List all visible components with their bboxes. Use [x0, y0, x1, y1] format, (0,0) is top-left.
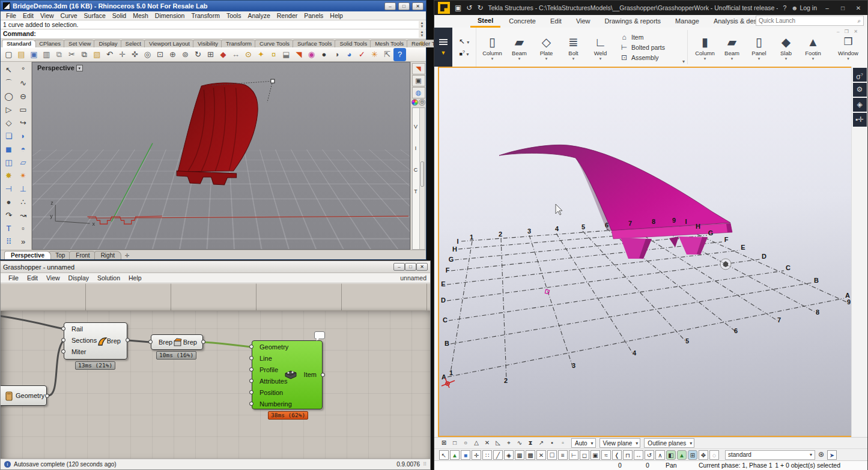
toolbar-tab[interactable]: Mesh Tools [370, 40, 408, 47]
select-parts-icon[interactable]: ▲ [450, 450, 460, 460]
snap-point-icon[interactable]: ▪ [547, 438, 557, 448]
menu-item[interactable]: Render [274, 12, 300, 19]
help-icon[interactable]: ? [393, 48, 406, 61]
snap-center-icon[interactable]: ○ [461, 438, 470, 448]
concrete-column-button[interactable]: ▮ Column [691, 34, 718, 61]
select-assemblies-icon[interactable]: ⊓ [623, 450, 633, 460]
output-port[interactable] [126, 338, 130, 342]
panel-scrollbar[interactable] [419, 108, 425, 249]
input-port[interactable] [61, 338, 65, 342]
dropdown-caret-icon[interactable] [479, 56, 506, 61]
concrete-beam-button[interactable]: ▰ Beam [718, 34, 745, 61]
blocks-tool-icon[interactable]: ⠿ [2, 235, 16, 249]
command-input[interactable]: Command: [1, 29, 426, 39]
minimize-button[interactable] [822, 5, 833, 11]
toolbar-tab[interactable]: Surface Tools [293, 40, 336, 47]
dropdown-caret-icon[interactable] [800, 56, 827, 61]
flamingo-icon[interactable]: ✓ [356, 48, 368, 61]
select-reports-icon[interactable]: ▣ [590, 450, 600, 460]
curve-blend-tool-icon[interactable]: ↷ [2, 209, 16, 222]
snap-wait-icon[interactable]: ⧗ [526, 438, 535, 448]
color-wheel-icon[interactable] [411, 99, 418, 106]
zoom-selected-icon[interactable]: ⊚ [179, 48, 192, 61]
undo-icon[interactable]: ↺ [466, 4, 472, 12]
link-icon[interactable]: ⇱ [381, 48, 393, 61]
menu-item[interactable]: Analyze [244, 12, 273, 19]
dropdown-caret-icon[interactable] [835, 56, 862, 61]
circle-tool-icon[interactable]: ◯ [2, 90, 16, 103]
input-port[interactable] [249, 367, 253, 372]
viewport-tab[interactable]: Right [94, 251, 121, 259]
assembly-button[interactable]: ⊡ Assembly [620, 53, 681, 62]
steel-beam-button[interactable]: ▰ Beam [506, 34, 533, 61]
menu-item[interactable]: Display [64, 274, 93, 282]
dropdown-caret-icon[interactable] [745, 56, 772, 61]
toolbar-tab[interactable]: Set View [64, 40, 96, 47]
rotate-view-icon[interactable]: ↻ [192, 48, 204, 61]
dropdown-caret-icon[interactable] [772, 56, 800, 61]
shapes-button[interactable]: ▪✛ [853, 113, 867, 127]
input-port[interactable] [249, 345, 253, 349]
notes-panel-tab[interactable]: ◍ [412, 87, 425, 98]
snap-arrow-icon[interactable]: ↗ [536, 438, 546, 448]
input-port[interactable] [249, 402, 253, 406]
snap-perpendicular-icon[interactable]: ◺ [493, 438, 503, 448]
select-filter-c-icon[interactable]: ⊞ [688, 450, 697, 460]
select-loads-icon[interactable]: ≈ [601, 450, 611, 460]
wire[interactable] [48, 340, 64, 396]
plane-tool-icon[interactable]: ▱ [16, 156, 31, 169]
boolean-tool-icon[interactable]: ✸ [2, 169, 16, 182]
component-balloon[interactable] [314, 331, 325, 339]
toolbar-tab[interactable]: Visibility [193, 40, 223, 47]
viewport-title-dropdown[interactable]: Perspective [37, 64, 83, 71]
curve-tool-icon[interactable]: ∿ [16, 77, 31, 90]
ribbon-tab[interactable]: Drawings & reports [598, 16, 669, 26]
rhino-perspective-viewport[interactable]: Perspective [32, 62, 410, 250]
select-gridlines-icon[interactable]: ▩ [526, 450, 535, 460]
concrete-footing-button[interactable]: ▲ Footin [800, 34, 827, 61]
select-rotate-icon[interactable]: ↺ [645, 450, 654, 460]
steel-weld-button[interactable]: ∟ Weld [587, 34, 614, 61]
output-port[interactable] [321, 373, 325, 377]
object-snap-icon[interactable]: ⊙ [242, 48, 255, 61]
menu-item[interactable]: Dimension [152, 12, 188, 19]
item-component-selected[interactable]: Geometry Line Profile Attributes Positio… [252, 340, 323, 409]
toolbar-gear-icon[interactable] [419, 40, 425, 47]
shaded-display-icon[interactable]: ● [318, 48, 330, 61]
dropdown-caret-icon[interactable] [533, 56, 560, 61]
select-rebar-icon[interactable]: ◻ [580, 450, 589, 460]
point-tool-icon[interactable]: ° [16, 64, 31, 77]
selection-filter-combo[interactable]: standard [725, 450, 815, 460]
lamp-icon[interactable]: ¤ [267, 48, 280, 61]
input-port[interactable] [249, 379, 253, 383]
menu-item[interactable]: Edit [20, 12, 37, 19]
menu-item[interactable]: Help [327, 12, 346, 19]
save-icon[interactable]: ▣ [28, 48, 40, 61]
bridge-model[interactable] [499, 145, 732, 259]
toolbar-tab[interactable]: Solid Tools [335, 40, 372, 47]
toolbar-tab[interactable]: Select [121, 40, 146, 47]
bridge-sweep-solid[interactable] [178, 83, 258, 172]
extend-tool-icon[interactable]: ↝ [16, 209, 31, 222]
panel-gear-icon[interactable] [419, 99, 425, 106]
toolbar-tab[interactable]: Curve Tools [255, 40, 294, 47]
select-distance-icon[interactable]: ↔ [634, 450, 643, 460]
ribbon-tab-steel[interactable]: Steel [470, 16, 500, 28]
quick-launch-input[interactable] [756, 17, 857, 24]
copy-icon[interactable]: ⧉ [78, 48, 91, 61]
input-port[interactable] [249, 390, 253, 394]
select-components-icon[interactable]: ✛ [472, 450, 481, 460]
pan-icon[interactable]: ✛ [116, 48, 129, 61]
wire-selected[interactable] [204, 342, 251, 347]
select-cursor-button[interactable]: ↖ ▾ [459, 37, 469, 46]
close-button[interactable] [412, 2, 423, 10]
patch-tool-icon[interactable]: ◗ [16, 130, 31, 143]
select-cuts-icon[interactable]: ✕ [536, 450, 546, 460]
resize-grip[interactable] [423, 462, 426, 467]
tekla-3d-view[interactable]: 1 2 3 4 5 6 7 8 9 I H G F E D C B [438, 67, 852, 437]
chamfer-tool-icon[interactable]: ⊥ [16, 182, 31, 196]
select-planes-icon[interactable]: ≡ [558, 450, 568, 460]
snap-midpoint-icon[interactable]: △ [472, 438, 481, 448]
app-menu-button[interactable] [434, 28, 452, 67]
sphere-tool-icon[interactable]: ◓ [16, 143, 31, 156]
